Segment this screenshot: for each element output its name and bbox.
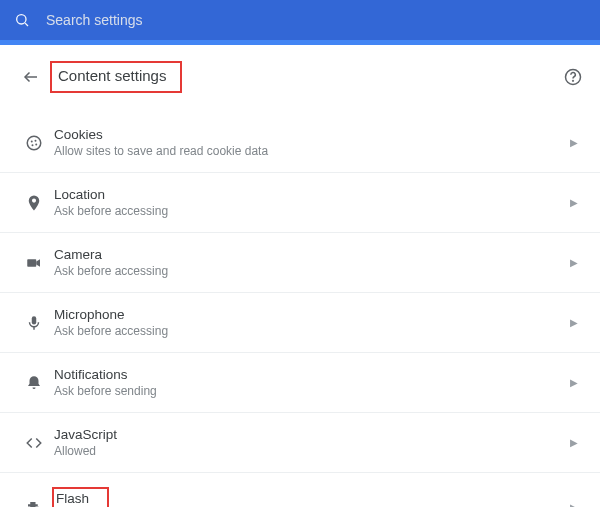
camera-icon [22,254,46,272]
svg-point-7 [35,139,37,141]
row-camera[interactable]: Camera Ask before accessing ▶ [0,233,600,293]
row-sub: Allow sites to save and read cookie data [54,144,570,158]
help-button[interactable] [564,68,582,86]
chevron-right-icon: ▶ [570,197,578,208]
location-icon [22,194,46,212]
row-sub: Ask before accessing [54,204,570,218]
svg-rect-10 [27,259,36,267]
svg-line-1 [25,23,28,26]
microphone-icon [22,314,46,332]
chevron-right-icon: ▶ [570,502,578,507]
search-icon [14,12,30,28]
row-title: Cookies [54,127,570,142]
row-sub: Ask before accessing [54,264,570,278]
row-title: Notifications [54,367,570,382]
row-sub: Allowed [54,444,570,458]
search-placeholder: Search settings [46,12,143,28]
chevron-right-icon: ▶ [570,377,578,388]
row-microphone[interactable]: Microphone Ask before accessing ▶ [0,293,600,353]
back-button[interactable] [22,68,40,86]
chevron-right-icon: ▶ [570,137,578,148]
row-javascript[interactable]: JavaScript Allowed ▶ [0,413,600,473]
row-notifications[interactable]: Notifications Ask before sending ▶ [0,353,600,413]
svg-point-5 [27,136,41,150]
bell-icon [22,374,46,392]
plugin-icon [22,499,46,508]
row-title: Camera [54,247,570,262]
svg-point-8 [32,144,34,146]
search-bar[interactable]: Search settings [0,0,600,40]
chevron-right-icon: ▶ [570,257,578,268]
cookie-icon [22,134,46,152]
page-title-highlight: Content settings [50,61,182,93]
code-icon [22,434,46,452]
chevron-right-icon: ▶ [570,317,578,328]
flash-highlight: Flash Ask first [52,487,109,507]
chevron-right-icon: ▶ [570,437,578,448]
row-title: Flash [56,491,99,506]
page-title: Content settings [58,67,166,84]
row-sub: Ask before accessing [54,324,570,338]
svg-point-6 [31,140,33,142]
svg-point-9 [35,143,37,145]
svg-point-0 [17,15,26,24]
row-location[interactable]: Location Ask before accessing ▶ [0,173,600,233]
row-title: Microphone [54,307,570,322]
svg-rect-11 [32,316,37,324]
row-flash[interactable]: Flash Ask first ▶ [0,473,600,507]
row-title: JavaScript [54,427,570,442]
row-title: Location [54,187,570,202]
settings-list: Cookies Allow sites to save and read coo… [0,113,600,507]
row-sub: Ask before sending [54,384,570,398]
page-header: Content settings [0,45,600,103]
row-cookies[interactable]: Cookies Allow sites to save and read coo… [0,113,600,173]
svg-point-4 [573,80,574,81]
